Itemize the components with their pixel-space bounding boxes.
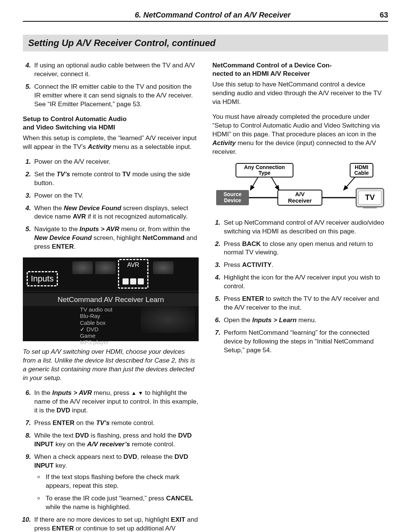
list-item: Press BACK to close any open menus and r… — [222, 240, 388, 257]
svg-text:HDMI: HDMI — [355, 164, 368, 170]
device-list: TV audio out Blu-Ray Cable box DVD Game … — [80, 306, 112, 346]
svg-text:Receiver: Receiver — [288, 197, 312, 204]
list-item: If using an optional audio cable between… — [33, 61, 199, 79]
list-item: To erase the IR code just “learned,” pre… — [44, 494, 199, 512]
inputs-highlight: Inputs — [27, 271, 58, 286]
list-item: Connect the IR emitter cable to the TV a… — [33, 83, 199, 109]
list-item: Press ACTIVITY. — [222, 261, 388, 270]
subhead-intro-para: When this setup is complete, the “learne… — [23, 134, 199, 152]
intro-list: If using an optional audio cable between… — [23, 61, 199, 109]
list-item: Perform NetCommand “learning” for the co… — [222, 329, 388, 355]
connection-diagram: Any Connection Type HDMI Cable — [212, 163, 388, 211]
steps-list-1: Power on the A/V receiver. Set the TV’s … — [23, 158, 199, 251]
list-item: Navigate to the Inputs > AVR menu or, fr… — [33, 225, 199, 251]
left-column: If using an optional audio cable between… — [23, 61, 199, 532]
body-columns: If using an optional audio cable between… — [23, 61, 388, 532]
section-title: Setting Up A/V Receiver Control, continu… — [23, 35, 388, 51]
steps-list-2: In the Inputs > AVR menu, press ▲ ▼ to h… — [23, 389, 199, 532]
list-item: While the text DVD is flashing, press an… — [33, 431, 199, 449]
svg-text:Cable: Cable — [354, 170, 369, 176]
list-item: Highlight the icon for the A/V receiver … — [222, 273, 388, 291]
chapter-title: 6. NetCommand Control of an A/V Receiver — [135, 11, 290, 19]
page-number: 63 — [380, 11, 388, 19]
avr-highlight: AVR — [118, 259, 148, 289]
sub-bullets: If the text stops flashing before the ch… — [34, 473, 199, 512]
list-item: When the New Device Found screen display… — [33, 204, 199, 222]
svg-text:Type: Type — [258, 170, 271, 176]
right-para-2: You must have already completed the proc… — [212, 113, 388, 157]
right-column: NetCommand Control of a Device Con- nect… — [212, 61, 388, 532]
tv-menu-screenshot: Inputs AVR NetCommand AV Receiver Learn … — [23, 257, 199, 341]
list-item: Power on the TV. — [33, 192, 199, 200]
list-item: If there are no more devices to set up, … — [33, 516, 199, 532]
svg-text:Device: Device — [224, 197, 241, 203]
list-item: If the text stops flashing before the ch… — [44, 473, 199, 490]
list-item: Press ENTER to switch the TV to the A/V … — [222, 295, 388, 312]
list-item: Set up NetCommand control of A/V receive… — [222, 219, 388, 236]
page-header: 6. NetCommand Control of an A/V Receiver… — [23, 11, 388, 22]
page: 6. NetCommand Control of an A/V Receiver… — [0, 0, 411, 532]
svg-text:TV: TV — [365, 193, 375, 201]
list-item: In the Inputs > AVR menu, press ▲ ▼ to h… — [33, 389, 199, 415]
right-para-1: Use this setup to have NetCommand contro… — [212, 80, 388, 107]
svg-text:Any Connection: Any Connection — [244, 164, 285, 170]
list-item: Power on the A/V receiver. — [33, 158, 199, 166]
subhead-hdmi-device: NetCommand Control of a Device Con- nect… — [212, 61, 388, 78]
svg-text:A/V: A/V — [295, 191, 304, 197]
figure-caption: To set up A/V switching over HDMI, choos… — [23, 348, 199, 383]
svg-line-8 — [344, 177, 355, 190]
svg-rect-20 — [363, 207, 377, 208]
svg-line-6 — [250, 177, 258, 190]
screen-title: NetCommand AV Receiver Learn — [23, 293, 199, 306]
list-item: Open the Inputs > Learn menu. — [222, 316, 388, 325]
svg-text:Source: Source — [223, 191, 242, 197]
subhead-auto-switch: Setup to Control Automatic Audio and Vid… — [23, 115, 199, 132]
svg-line-7 — [271, 177, 279, 190]
list-item: Set the TV’s remote control to TV mode u… — [33, 170, 199, 188]
list-item: Press ENTER on the TV’s remote control. — [33, 419, 199, 428]
right-steps: Set up NetCommand control of A/V receive… — [212, 219, 388, 355]
list-item: When a check appears next to DVD, releas… — [33, 453, 199, 512]
